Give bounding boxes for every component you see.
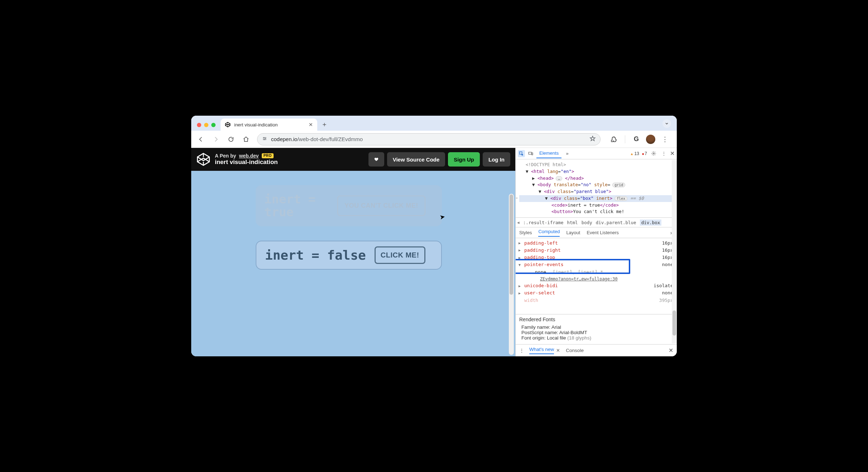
- crumb-body[interactable]: body: [582, 220, 592, 225]
- pen-title: inert visual-indication: [215, 159, 278, 166]
- close-whatsnew-icon[interactable]: ✕: [556, 348, 560, 353]
- google-account-icon[interactable]: G: [630, 133, 642, 145]
- drawer-menu-icon[interactable]: ⋮: [519, 348, 524, 353]
- svg-rect-4: [529, 152, 531, 154]
- inert-false-label: inert = false: [265, 248, 366, 263]
- codepen-logo-icon: [196, 152, 211, 167]
- devtools-scrollbar[interactable]: [672, 160, 677, 343]
- tab-strip: inert visual-indication ✕ ＋: [191, 116, 677, 131]
- pointer-events-source: none[inert], [inert] *: [519, 269, 673, 276]
- tab-event-listeners[interactable]: Event Listeners: [587, 230, 619, 235]
- rendered-fonts-heading: Rendered Fonts: [519, 317, 673, 322]
- devtools-menu-icon[interactable]: ⋮: [660, 150, 667, 157]
- minimize-window-button[interactable]: [204, 123, 208, 127]
- forward-button[interactable]: [210, 133, 222, 145]
- svg-point-1: [265, 138, 266, 139]
- devtools-close-icon[interactable]: ✕: [670, 150, 675, 157]
- heart-icon: [374, 156, 378, 163]
- devtools-drawer: ⋮ What's new ✕ Console ✕: [516, 344, 677, 356]
- codepen-favicon-icon: [225, 122, 231, 127]
- tab-styles[interactable]: Styles: [519, 230, 532, 235]
- dom-tree[interactable]: <!DOCTYPE html> ▼ <html lang="en"> ▶ <he…: [516, 159, 677, 217]
- back-button[interactable]: [195, 133, 207, 145]
- new-tab-button[interactable]: ＋: [319, 119, 329, 129]
- byline-prefix: A Pen by: [215, 153, 236, 159]
- signup-button[interactable]: Sign Up: [448, 152, 480, 167]
- crumb-html[interactable]: html: [567, 220, 578, 225]
- svg-point-6: [653, 153, 654, 154]
- errors-count[interactable]: 7: [642, 151, 647, 156]
- browser-menu-button[interactable]: ⋮: [659, 133, 671, 145]
- tab-layout[interactable]: Layout: [566, 230, 580, 235]
- window-controls: [195, 123, 218, 131]
- device-toolbar-icon[interactable]: [527, 150, 534, 157]
- font-family: Family name: Arial: [521, 324, 673, 330]
- pointer-events-row: ▼pointer-eventsnone: [519, 261, 673, 268]
- address-bar[interactable]: codepen.io/web-dot-dev/full/ZEvdmmo: [257, 133, 601, 145]
- byline-author[interactable]: web.dev: [239, 153, 259, 159]
- font-postscript: PostScript name: Arial-BoldMT: [521, 330, 673, 335]
- svg-point-0: [264, 137, 264, 138]
- view-source-button[interactable]: View Source Code: [387, 152, 445, 167]
- browser-tab[interactable]: inert visual-indication ✕: [221, 119, 317, 131]
- settings-gear-icon[interactable]: [650, 150, 657, 157]
- content-area: A Pen by web.dev PRO inert visual-indica…: [191, 148, 677, 356]
- love-button[interactable]: [368, 152, 384, 167]
- more-tabs-icon[interactable]: »: [564, 150, 571, 157]
- maximize-window-button[interactable]: [211, 123, 216, 127]
- crumb-parent[interactable]: div.parent.blue: [596, 220, 636, 225]
- close-drawer-icon[interactable]: ✕: [669, 347, 673, 354]
- computed-styles[interactable]: ▶padding-left16px ▶padding-right16px ▶pa…: [516, 238, 677, 314]
- inert-true-button: YOU CAN'T CLICK ME!: [337, 196, 425, 216]
- scrollbar-thumb[interactable]: [510, 194, 513, 295]
- chevron-down-icon: [665, 121, 669, 126]
- devtools-tabstrip: Elements » 13 7 ⋮ ✕: [516, 148, 677, 159]
- crumb-iframe[interactable]: :.result-iframe: [523, 220, 564, 225]
- reload-button[interactable]: [225, 133, 237, 145]
- dom-breadcrumb[interactable]: ◀ :.result-iframe html body div.parent.b…: [516, 217, 677, 227]
- dom-doctype: <!DOCTYPE html>: [526, 162, 566, 167]
- inert-false-box: inert = false CLICK ME!: [256, 241, 442, 270]
- tab-title: inert visual-indication: [234, 122, 278, 127]
- extensions-button[interactable]: [608, 133, 620, 145]
- close-window-button[interactable]: [197, 123, 201, 127]
- rendered-fonts-section: Rendered Fonts Family name: Arial PostSc…: [516, 314, 677, 344]
- overflow-ellipsis-icon: …: [516, 194, 518, 201]
- page-scrollbar[interactable]: [509, 194, 514, 355]
- codepen-title-block: A Pen by web.dev PRO inert visual-indica…: [215, 153, 278, 166]
- extension-area: G ⋮: [606, 133, 673, 145]
- chevron-left-icon[interactable]: ◀: [517, 220, 520, 225]
- bookmark-star-icon[interactable]: [589, 135, 596, 143]
- inspect-element-icon[interactable]: [518, 150, 525, 157]
- close-tab-icon[interactable]: ✕: [309, 122, 313, 127]
- drawer-whats-new[interactable]: What's new: [529, 347, 554, 354]
- svg-rect-5: [532, 153, 533, 155]
- font-origin: Font origin: Local file (18 glyphs): [521, 335, 673, 341]
- inert-true-label: inert = true: [264, 193, 329, 218]
- crumb-box[interactable]: div.box: [640, 220, 662, 226]
- inert-false-button[interactable]: CLICK ME!: [375, 246, 425, 264]
- styles-tabstrip: Styles Computed Layout Event Listeners »: [516, 227, 677, 238]
- home-button[interactable]: [240, 133, 252, 145]
- browser-window: inert visual-indication ✕ ＋ codepen.io/w…: [191, 116, 677, 356]
- drawer-console[interactable]: Console: [566, 348, 584, 353]
- inert-true-box: inert = true YOU CAN'T CLICK ME!: [256, 185, 442, 226]
- avatar[interactable]: [646, 135, 655, 144]
- page-viewport: A Pen by web.dev PRO inert visual-indica…: [191, 148, 516, 356]
- codepen-header: A Pen by web.dev PRO inert visual-indica…: [191, 148, 515, 171]
- pro-badge: PRO: [262, 153, 274, 158]
- warnings-count[interactable]: 13: [630, 151, 639, 156]
- url-text: codepen.io/web-dot-dev/full/ZEvdmmo: [271, 136, 363, 142]
- devtools-panel: Elements » 13 7 ⋮ ✕ <!DOCTYPE html> ▼ <h…: [516, 148, 677, 356]
- tab-elements[interactable]: Elements: [536, 149, 561, 158]
- login-button[interactable]: Log In: [483, 152, 510, 167]
- browser-toolbar: codepen.io/web-dot-dev/full/ZEvdmmo G ⋮: [191, 131, 677, 148]
- scrollbar-thumb[interactable]: [672, 310, 676, 336]
- site-settings-icon[interactable]: [262, 136, 267, 142]
- source-link[interactable]: ZEvdmmo?anon=tr…ew=fullpage:30: [519, 276, 673, 283]
- tab-computed[interactable]: Computed: [538, 229, 560, 237]
- demo-area: inert = true YOU CAN'T CLICK ME! inert =…: [191, 171, 515, 356]
- selected-dom-node[interactable]: ▼ <div class="box" inert>flex== $0: [519, 195, 675, 202]
- tab-list-button[interactable]: [662, 119, 671, 128]
- svg-point-2: [264, 139, 265, 140]
